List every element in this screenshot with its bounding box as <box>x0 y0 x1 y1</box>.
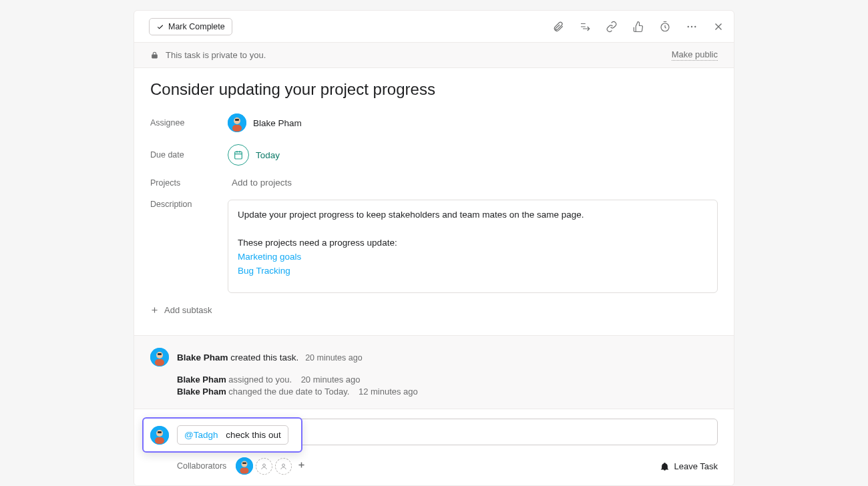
toolbar-icons <box>552 21 724 33</box>
svg-point-3 <box>694 25 696 27</box>
due-date-row: Due date Today <box>150 144 718 166</box>
activity-created-time: 20 minutes ago <box>305 353 362 362</box>
collaborators-label: Collaborators <box>177 461 226 471</box>
svg-rect-15 <box>155 437 164 444</box>
svg-point-22 <box>282 463 285 466</box>
plus-icon <box>150 306 159 314</box>
task-footer: Collaborators Leave Task <box>134 448 734 485</box>
calendar-icon <box>228 144 249 166</box>
mark-complete-label: Mark Complete <box>168 22 225 31</box>
svg-rect-20 <box>242 463 246 465</box>
activity-created-text: Blake Pham created this task. 20 minutes… <box>177 352 363 362</box>
svg-rect-11 <box>155 359 164 366</box>
assignee-label: Assignee <box>150 118 228 128</box>
activity-created-row: Blake Pham created this task. 20 minutes… <box>150 348 718 367</box>
leave-task-label: Leave Task <box>674 461 718 471</box>
comment-composer-wrap: @Tadgh check this out <box>134 409 734 448</box>
due-date-text: Today <box>256 150 280 160</box>
assignee-name: Blake Pham <box>253 118 302 128</box>
add-collaborator-button[interactable] <box>294 461 308 471</box>
svg-rect-12 <box>158 353 162 355</box>
svg-rect-6 <box>232 125 242 132</box>
collaborator-avatar[interactable] <box>236 457 253 475</box>
assignee-row: Assignee Blake Pham <box>150 113 718 132</box>
lock-icon <box>150 51 159 59</box>
svg-rect-8 <box>235 152 242 159</box>
task-body: Consider updating your project progress … <box>134 68 734 335</box>
description-row: Description Update your project progress… <box>150 200 718 293</box>
svg-rect-19 <box>240 468 249 474</box>
attachment-icon[interactable] <box>552 21 564 33</box>
activity-avatar <box>150 348 169 367</box>
close-icon[interactable] <box>712 21 724 33</box>
description-line2: These projects need a progress update: <box>238 236 708 250</box>
assignee-value[interactable]: Blake Pham <box>228 113 302 132</box>
task-detail-pane: Mark Complete <box>134 10 734 486</box>
svg-point-2 <box>691 25 692 27</box>
mention-chip[interactable]: @Tadgh check this out <box>177 425 288 445</box>
description-link-bug-tracking[interactable]: Bug Tracking <box>238 266 290 276</box>
collaborators-list <box>236 457 308 475</box>
add-subtask-button[interactable]: Add subtask <box>150 305 718 315</box>
task-toolbar: Mark Complete <box>134 11 734 43</box>
activity-created-name: Blake Pham <box>177 352 228 362</box>
description-line1: Update your project progress to keep sta… <box>238 208 708 222</box>
projects-row: Projects Add to projects <box>150 178 718 188</box>
add-collaborator-slot-2[interactable] <box>275 458 292 475</box>
privacy-banner: This task is private to you. Make public <box>134 43 734 68</box>
mention-rest-text <box>221 430 224 440</box>
assignee-avatar <box>228 113 246 132</box>
more-icon[interactable] <box>686 21 698 33</box>
task-title[interactable]: Consider updating your project progress <box>150 80 718 99</box>
privacy-message: This task is private to you. <box>166 50 266 60</box>
mention-popover: @Tadgh check this out <box>142 417 302 453</box>
svg-point-21 <box>263 463 266 466</box>
projects-label: Projects <box>150 178 228 188</box>
timer-icon[interactable] <box>659 21 671 33</box>
svg-point-1 <box>688 25 689 27</box>
activity-event-duedate: Blake Pham changed the due date to Today… <box>177 387 718 397</box>
due-date-value[interactable]: Today <box>228 144 280 166</box>
add-collaborator-slot-1[interactable] <box>256 458 272 475</box>
like-icon[interactable] <box>632 21 644 33</box>
description-label: Description <box>150 200 228 209</box>
plus-icon <box>297 461 306 469</box>
bell-icon <box>660 461 670 471</box>
leave-task-button[interactable]: Leave Task <box>660 461 718 471</box>
mark-complete-button[interactable]: Mark Complete <box>149 18 232 35</box>
mention-text: @Tadgh <box>184 430 218 440</box>
description-link-marketing[interactable]: Marketing goals <box>238 252 301 262</box>
check-icon <box>156 23 164 31</box>
subtask-icon[interactable] <box>579 21 591 33</box>
description-input[interactable]: Update your project progress to keep sta… <box>228 200 718 293</box>
svg-rect-16 <box>158 431 162 433</box>
add-subtask-label: Add subtask <box>164 305 212 315</box>
composer-avatar <box>150 426 169 445</box>
svg-rect-7 <box>235 119 239 121</box>
make-public-link[interactable]: Make public <box>672 49 718 61</box>
due-date-label: Due date <box>150 150 228 160</box>
activity-event-assigned: Blake Pham assigned to you. 20 minutes a… <box>177 375 718 385</box>
add-to-projects[interactable]: Add to projects <box>228 178 292 188</box>
link-icon[interactable] <box>606 21 618 33</box>
activity-feed: Blake Pham created this task. 20 minutes… <box>134 335 734 409</box>
